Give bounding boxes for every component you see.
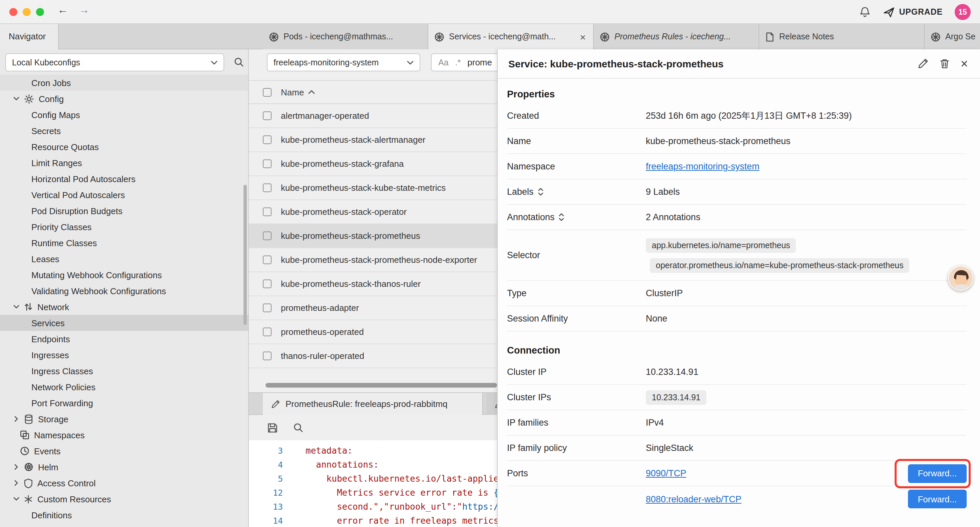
gear-icon — [24, 94, 34, 104]
close-tab-icon[interactable]: × — [578, 31, 587, 42]
sidebar-item-namespaces[interactable]: Namespaces — [0, 427, 248, 443]
forward-button[interactable]: → — [79, 4, 89, 16]
kubernetes-icon — [600, 32, 610, 42]
connection-row-ip-families: IP families IPv4 — [507, 410, 967, 436]
sidebar-item-leases[interactable]: Leases — [0, 251, 248, 267]
row-checkbox[interactable] — [263, 352, 272, 360]
horizontal-scrollbar[interactable] — [266, 383, 497, 388]
tab-release-notes[interactable]: Release Notes — [759, 24, 924, 49]
sort-toggle-icon[interactable] — [559, 213, 565, 221]
sidebar-item-events[interactable]: Events — [0, 443, 248, 459]
asterisk-icon — [24, 495, 33, 503]
name-column-header[interactable]: Name — [281, 87, 304, 97]
port-link-9090[interactable]: 9090/TCP — [646, 468, 686, 478]
sidebar-item-runtime-classes[interactable]: Runtime Classes — [0, 235, 248, 251]
row-checkbox[interactable] — [263, 207, 272, 216]
sidebar-item-secrets[interactable]: Secrets — [0, 123, 248, 139]
close-window-button[interactable] — [10, 8, 18, 16]
sidebar-item-definitions[interactable]: Definitions — [0, 507, 248, 523]
bottom-tab-label: PrometheusRule: freeleaps-prod-rabbitmq — [286, 399, 448, 409]
connection-row-ports-2: 8080:reloader-web/TCP Forward... — [507, 486, 967, 512]
sidebar-item-endpoints[interactable]: Endpoints — [0, 331, 248, 347]
history-nav: ← → — [57, 4, 89, 16]
row-checkbox[interactable] — [263, 328, 272, 336]
editor-search-icon[interactable] — [293, 422, 304, 433]
port-link-8080[interactable]: 8080:reloader-web/TCP — [646, 494, 741, 504]
save-icon[interactable] — [267, 422, 278, 433]
tab-argo[interactable]: Argo Se — [924, 24, 980, 49]
sidebar-item-network[interactable]: Network — [0, 299, 248, 315]
row-checkbox[interactable] — [263, 183, 272, 192]
upgrade-button[interactable]: UPGRADE — [883, 6, 943, 18]
row-checkbox[interactable] — [263, 231, 272, 240]
sidebar-scrollbar[interactable] — [243, 185, 247, 325]
user-avatar[interactable] — [948, 266, 973, 291]
sidebar-item-mutating-webhook-configurations[interactable]: Mutating Webhook Configurations — [0, 267, 248, 283]
editor-tabs: Pods - icecheng@mathmas... Services - ic… — [263, 24, 980, 49]
sidebar-item-priority-classes[interactable]: Priority Classes — [0, 219, 248, 235]
sidebar-item-resource-quotas[interactable]: Resource Quotas — [0, 139, 248, 155]
back-button[interactable]: ← — [57, 4, 68, 16]
chevron-down-icon — [407, 61, 414, 64]
namespace-select[interactable]: freeleaps-monitoring-system — [267, 53, 420, 72]
sidebar-item-horizontal-pod-autoscalers[interactable]: Horizontal Pod Autoscalers — [0, 171, 248, 187]
sidebar-item-access-control[interactable]: Access Control — [0, 475, 248, 491]
row-checkbox[interactable] — [263, 255, 272, 264]
document-icon — [765, 32, 775, 42]
sidebar-item-limit-ranges[interactable]: Limit Ranges — [0, 155, 248, 171]
row-checkbox[interactable] — [263, 280, 272, 288]
tab-prometheus-rules[interactable]: Prometheus Rules - icecheng... — [594, 24, 759, 49]
sidebar-item-config-maps[interactable]: Config Maps — [0, 107, 248, 123]
sidebar-item-validating-webhook-configurations[interactable]: Validating Webhook Configurations — [0, 283, 248, 299]
tab-pods[interactable]: Pods - icecheng@mathmas... — [263, 24, 428, 49]
regex-toggle[interactable]: .* — [455, 58, 461, 67]
row-checkbox[interactable] — [263, 304, 272, 312]
resource-tree: Cron Jobs Config Config Maps Secrets Res… — [0, 75, 248, 527]
line-number: 13 — [249, 500, 283, 514]
port-forward-button[interactable]: Forward... — [908, 490, 967, 508]
tab-services[interactable]: Services - icecheng@math... × — [428, 24, 594, 49]
sidebar-item-helm[interactable]: Helm — [0, 459, 248, 475]
sidebar-item-custom-resources[interactable]: Custom Resources — [0, 491, 248, 507]
tab-label: Pods - icecheng@mathmas... — [283, 32, 422, 41]
sidebar-item-services[interactable]: Services — [0, 315, 248, 331]
connection-row-cluster-ip: Cluster IP 10.233.14.91 — [507, 360, 967, 385]
bottom-tab-prometheusrule[interactable]: PrometheusRule: freeleaps-prod-rabbitmq — [263, 393, 483, 415]
property-row-session-affinity: Session Affinity None — [507, 306, 967, 331]
sort-ascending-icon[interactable] — [308, 90, 315, 94]
line-number: 5 — [249, 471, 283, 486]
tab-label: Prometheus Rules - icecheng... — [614, 32, 752, 41]
row-checkbox[interactable] — [263, 135, 272, 144]
sidebar-item-port-forwarding[interactable]: Port Forwarding — [0, 395, 248, 411]
minimize-window-button[interactable] — [23, 8, 31, 16]
port-forward-button[interactable]: Forward... — [908, 464, 967, 482]
sidebar-item-network-policies[interactable]: Network Policies — [0, 379, 248, 395]
namespace-link[interactable]: freeleaps-monitoring-system — [646, 161, 759, 172]
notifications-bell-icon[interactable] — [858, 6, 871, 18]
sidebar-item-vertical-pod-autoscalers[interactable]: Vertical Pod Autoscalers — [0, 187, 248, 203]
match-case-toggle[interactable]: Aa — [438, 58, 449, 67]
sidebar-item-cron-jobs[interactable]: Cron Jobs — [0, 75, 248, 91]
select-all-checkbox[interactable] — [263, 88, 272, 96]
navigator-panel-tab[interactable]: Navigator — [0, 24, 59, 49]
chevron-right-icon — [14, 464, 18, 470]
sidebar-item-ingress-classes[interactable]: Ingress Classes — [0, 363, 248, 379]
sidebar-item-storage[interactable]: Storage — [0, 411, 248, 427]
sidebar-item-pod-disruption-budgets[interactable]: Pod Disruption Budgets — [0, 203, 248, 219]
zoom-window-button[interactable] — [36, 8, 44, 16]
close-drawer-icon[interactable]: × — [961, 57, 968, 70]
row-checkbox[interactable] — [263, 111, 272, 120]
delete-icon[interactable] — [939, 58, 950, 69]
chevron-down-icon — [211, 61, 218, 64]
sidebar-item-config[interactable]: Config — [0, 91, 248, 107]
line-number: 4 — [249, 458, 283, 471]
sidebar-item-ingresses[interactable]: Ingresses — [0, 347, 248, 363]
notification-count-badge[interactable]: 15 — [955, 4, 970, 20]
kubeconfig-select[interactable]: Local Kubeconfigs — [5, 53, 224, 72]
sidebar-search-icon[interactable] — [234, 57, 244, 67]
line-number: 3 — [249, 444, 283, 458]
rocket-icon — [883, 6, 894, 18]
sort-toggle-icon[interactable] — [538, 188, 544, 196]
edit-icon[interactable] — [917, 58, 929, 69]
row-checkbox[interactable] — [263, 159, 272, 168]
